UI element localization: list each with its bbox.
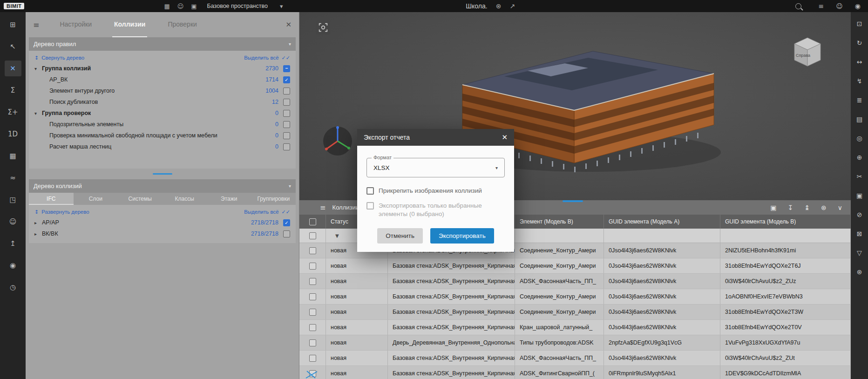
rule-row[interactable]: ▾ Группа коллизий 2730 — [29, 63, 296, 74]
cancel-button[interactable]: Отменить — [377, 228, 423, 244]
table-resize-handle[interactable] — [563, 200, 583, 202]
orbit-icon[interactable]: ↻ — [854, 37, 865, 48]
sum-plus-icon[interactable]: Σ+ — [5, 104, 21, 120]
viewport-settings-icon[interactable]: ⊛ — [854, 266, 865, 277]
row-checkbox[interactable] — [309, 293, 316, 300]
rule-checkbox[interactable] — [283, 132, 290, 139]
collision-tree-tab[interactable]: Слои — [74, 193, 118, 205]
select-all-link[interactable]: Выделить всё ✓✓ — [244, 55, 290, 61]
plugin-icon[interactable]: ◳ — [5, 192, 21, 208]
workspace-select[interactable]: Базовое пространство — [207, 3, 268, 9]
status-filter-caret-icon[interactable]: ▼ — [331, 233, 339, 238]
expand-caret-icon[interactable]: ▸ — [34, 231, 42, 237]
share-icon[interactable]: ↗ — [509, 2, 515, 10]
chevron-down-icon[interactable]: ▾ — [289, 41, 291, 47]
attach-images-option[interactable]: Прикрепить изображения коллизий — [366, 187, 505, 195]
select-tool-icon[interactable]: ↖ — [5, 39, 21, 54]
chevron-down-icon[interactable]: ▾ — [289, 183, 291, 189]
collisions-tool-icon[interactable]: ✕ — [5, 61, 21, 76]
table-row[interactable]: новая Базовая стена:ADSK_Внутренняя_Кирп… — [299, 305, 851, 320]
sheets-icon[interactable]: ≣ — [854, 94, 865, 106]
collision-group-row[interactable]: ▸ АР/АР 2718/2718 — [29, 217, 296, 228]
collision-tree-tab[interactable]: Группировки — [251, 193, 296, 205]
quick-actions-icon[interactable]: ↯ — [854, 75, 865, 87]
filter-row-checkbox[interactable] — [309, 232, 316, 239]
model-tree-icon[interactable]: ⊞ — [5, 17, 21, 33]
close-panel-icon[interactable]: ✕ — [285, 20, 292, 29]
sum-icon[interactable]: Σ — [5, 82, 21, 98]
collision-tree-tab[interactable]: IFC — [29, 193, 74, 205]
table-row[interactable]: новая Базовая стена:ADSK_Внутренняя_Кирп… — [299, 289, 851, 305]
select-box-icon[interactable]: ⊡ — [854, 18, 865, 29]
select-all-link[interactable]: Выделить всё ✓✓ — [244, 209, 290, 215]
badge-icon[interactable]: ▣ — [191, 3, 197, 10]
hide-element-icon[interactable]: ⊘ — [854, 209, 865, 220]
rule-row[interactable]: Расчет марша лестниц 0 — [29, 141, 296, 152]
attach-images-checkbox[interactable] — [366, 187, 374, 195]
briefcase-icon[interactable]: ▦ — [164, 3, 170, 10]
row-checkbox[interactable] — [309, 309, 316, 316]
panel-tab[interactable]: Проверки — [166, 12, 198, 37]
rule-row[interactable]: Поиск дубликатов 12 — [29, 96, 296, 108]
navigation-gizmo[interactable] — [320, 124, 355, 160]
export-table-icon[interactable]: ↧ — [788, 204, 793, 211]
expand-caret-icon[interactable]: ▾ — [34, 111, 42, 116]
collision-group-checkbox[interactable] — [283, 230, 290, 237]
panel-menu-icon[interactable]: ≡ — [33, 20, 39, 29]
select-caret-icon[interactable]: ▾ — [495, 165, 498, 170]
table-row[interactable]: новая Дверь_Деревянная_Внутренняя_Однопо… — [299, 335, 851, 351]
duplicate-icon[interactable]: ▣ — [770, 204, 776, 211]
table-menu-icon[interactable]: ≡ — [320, 203, 326, 212]
rule-checkbox[interactable] — [283, 121, 290, 128]
collision-group-checkbox[interactable] — [283, 219, 290, 226]
layers-icon[interactable]: ▤ — [854, 113, 865, 125]
rule-checkbox[interactable] — [283, 76, 290, 83]
filter-icon[interactable]: ▽ — [854, 247, 865, 258]
column-header-element-b[interactable]: Элемент (Модель B) — [515, 215, 604, 229]
hierarchy-icon[interactable]: ▦ — [5, 148, 21, 164]
collision-tree-tab[interactable]: Классы — [163, 193, 207, 205]
measure-icon[interactable]: ↔ — [854, 56, 865, 68]
collapse-table-icon[interactable]: ∨ — [838, 204, 842, 211]
row-checkbox[interactable] — [309, 324, 316, 331]
clip-box-icon[interactable]: ▣ — [854, 190, 865, 201]
collision-tree-tab[interactable]: Этажи — [207, 193, 251, 205]
collision-group-row[interactable]: ▸ ВК/ВК 2718/2718 — [29, 228, 296, 239]
table-row[interactable]: новая Базовая стена:ADSK_Внутренняя_Кирп… — [299, 366, 851, 379]
rule-checkbox[interactable] — [283, 143, 290, 150]
section-plane-icon[interactable]: ✂ — [854, 170, 865, 182]
panel-splitter-handle[interactable] — [153, 173, 172, 175]
export-button[interactable]: Экспортировать — [430, 228, 494, 244]
element-1d-icon[interactable]: 1D — [5, 126, 21, 142]
table-row[interactable]: новая Базовая стена:ADSK_Внутренняя_Кирп… — [299, 258, 851, 274]
history-icon[interactable]: ◷ — [5, 279, 21, 295]
search-icon[interactable] — [795, 3, 801, 9]
project-settings-icon[interactable]: ⊛ — [496, 2, 502, 10]
expand-caret-icon[interactable]: ▸ — [34, 220, 42, 225]
rule-row[interactable]: Подозрительные элементы 0 — [29, 119, 296, 130]
collision-tree-tab[interactable]: Системы — [118, 193, 163, 205]
account-icon[interactable]: ◉ — [855, 2, 861, 10]
rules-tree-header[interactable]: Дерево правил ▾ — [29, 37, 296, 51]
column-header-guid-b[interactable]: GUID элемента (Модель B) — [720, 215, 851, 229]
fit-view-icon[interactable]: ◎ — [854, 132, 865, 144]
table-row[interactable]: новая Базовая стена:ADSK_Внутренняя_Кирп… — [299, 320, 851, 335]
rule-row[interactable]: Проверка минимальной свободной площади с… — [29, 130, 296, 141]
row-checkbox[interactable] — [309, 263, 316, 270]
row-checkbox[interactable] — [309, 355, 316, 362]
members-icon[interactable]: ☺ — [836, 2, 843, 10]
user-location-icon[interactable]: ◉ — [5, 257, 21, 273]
table-settings-icon[interactable]: ⊛ — [821, 204, 827, 211]
fit-columns-icon[interactable]: ↨ — [804, 204, 810, 211]
rule-checkbox[interactable] — [283, 65, 290, 72]
workspace-caret-icon[interactable]: ▾ — [280, 3, 283, 10]
row-checkbox[interactable] — [309, 278, 316, 285]
export-model-icon[interactable]: ↥ — [5, 236, 21, 251]
rule-row[interactable]: АР_ВК 1714 — [29, 74, 296, 85]
delete-selection-icon[interactable]: ⊠ — [854, 228, 865, 239]
collaboration-icon[interactable]: ☺ — [5, 214, 21, 230]
rule-row[interactable]: Элемент внтури другого 1004 — [29, 85, 296, 96]
format-select[interactable]: Формат XLSX ▾ — [366, 158, 505, 177]
panel-tab[interactable]: Настройки — [58, 12, 94, 37]
rule-checkbox[interactable] — [283, 88, 290, 95]
